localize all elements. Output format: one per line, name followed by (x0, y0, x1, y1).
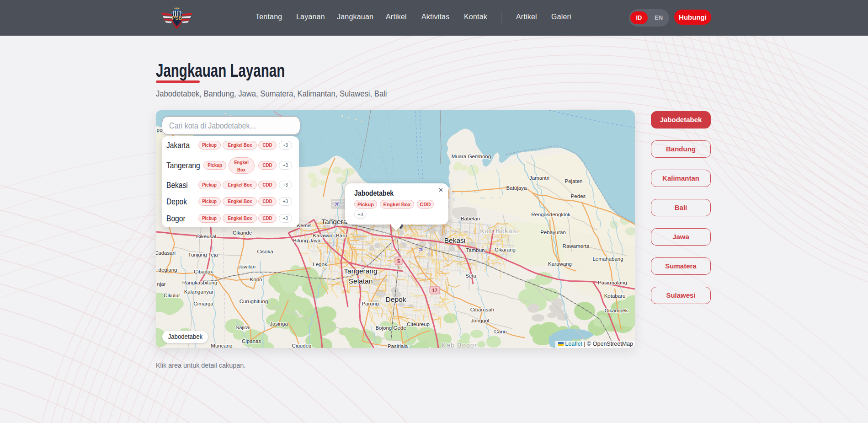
svg-text:Tangerang: Tangerang (344, 267, 377, 275)
svg-text:Bitung Jaya: Bitung Jaya (293, 238, 321, 243)
svg-text:Sajira: Sajira (235, 325, 249, 330)
svg-text:Legok: Legok (313, 262, 327, 267)
svg-text:deglang: deglang (159, 267, 177, 273)
svg-text:Cimarga: Cimarga (193, 301, 213, 306)
svg-text:Cadasari: Cadasari (156, 250, 176, 256)
svg-text:Cisoka: Cisoka (257, 249, 273, 254)
svg-text:Selatan: Selatan (349, 277, 373, 285)
svg-text:Cibarusah: Cibarusah (470, 307, 494, 312)
svg-text:Depok: Depok (386, 295, 406, 303)
svg-text:Pasirmalang: Pasirmalang (598, 280, 627, 285)
svg-text:Cikeusal: Cikeusal (196, 234, 216, 239)
svg-text:Jonggol: Jonggol (471, 318, 489, 323)
svg-text:Cipanas: Cipanas (242, 338, 261, 344)
svg-text:Pebayuran: Pebayuran (540, 230, 566, 235)
svg-text:Muncang: Muncang (211, 343, 232, 348)
svg-text:Cikampek: Cikampek (604, 308, 628, 313)
svg-text:Kab Bekasi: Kab Bekasi (480, 227, 518, 235)
svg-text:Batujaya: Batujaya (506, 185, 527, 191)
svg-text:Bojong Gede: Bojong Gede (375, 325, 406, 331)
svg-text:Bekasi: Bekasi (444, 236, 466, 244)
svg-text:Cikande: Cikande (233, 230, 252, 236)
svg-text:Cikarang: Cikarang (495, 247, 516, 252)
svg-text:Cigudeg: Cigudeg (292, 343, 312, 348)
svg-text:Kotabaru: Kotabaru (604, 293, 626, 299)
svg-text:Curugbitung: Curugbitung (240, 299, 268, 304)
svg-text:Tunjung Teja: Tunjung Teja (188, 252, 218, 257)
svg-text:Cikulur: Cikulur (164, 293, 180, 298)
svg-text:17: 17 (432, 288, 437, 293)
svg-text:Rawamerta: Rawamerta (563, 243, 590, 249)
svg-text:Pejaten: Pejaten (564, 178, 582, 184)
svg-text:Tambun: Tambun (466, 247, 485, 253)
svg-text:Citeureup: Citeureup (407, 321, 430, 327)
svg-text:Cibadak: Cibadak (194, 269, 213, 274)
svg-text:Rangkasbitung: Rangkasbitung (182, 280, 218, 285)
svg-text:Lemahabang: Lemahabang (592, 256, 623, 262)
svg-text:Cariu: Cariu (494, 329, 506, 334)
svg-text:Babelan: Babelan (461, 216, 480, 221)
svg-text:Pedes: Pedes (571, 193, 586, 199)
svg-text:Jamantri: Jamantri (529, 175, 549, 181)
svg-text:Jawilan: Jawilan (238, 264, 256, 269)
svg-text:Kab Bogor: Kab Bogor (442, 342, 477, 348)
svg-text:Setu: Setu (465, 273, 476, 278)
svg-text:5: 5 (397, 258, 400, 264)
svg-text:Rengasdengklok: Rengasdengklok (531, 212, 570, 217)
svg-text:Pasirlaja: Pasirlaja (388, 343, 408, 348)
svg-text:Karawang: Karawang (548, 261, 572, 267)
svg-text:njar: njar (157, 281, 165, 287)
svg-text:Muara Gembong: Muara Gembong (452, 154, 491, 159)
svg-text:Jasinga: Jasinga (270, 321, 288, 327)
svg-text:Parung: Parung (362, 301, 378, 306)
svg-text:Kopo: Kopo (250, 277, 262, 282)
svg-text:PSB: PSB (172, 15, 182, 21)
svg-text:Kalanganyar: Kalanganyar (184, 289, 214, 294)
